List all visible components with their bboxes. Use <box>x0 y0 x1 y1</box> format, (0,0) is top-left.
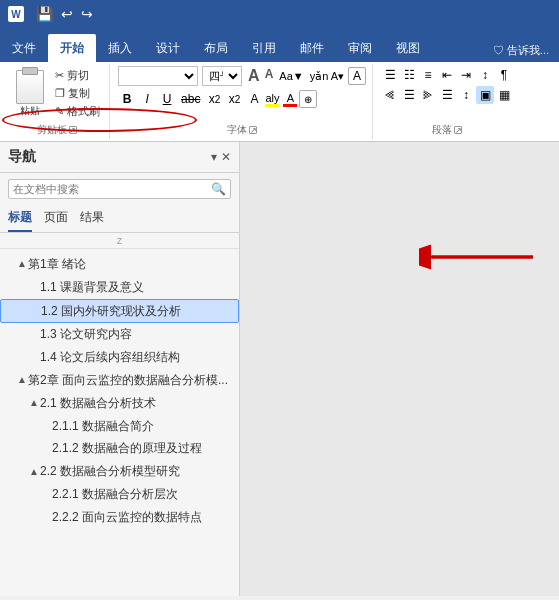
bold-button[interactable]: B <box>118 90 136 108</box>
tab-file[interactable]: 文件 <box>0 34 48 62</box>
align-right-button[interactable]: ⫸ <box>419 86 437 104</box>
font-row1: 四号 A A Aa▼ yǎn A▾ A <box>118 66 366 86</box>
tree-label-ch1: 第1章 绪论 <box>28 256 231 273</box>
ribbon-tab-bar: 文件 开始 插入 设计 布局 引用 邮件 审阅 视图 ♡ 告诉我... <box>0 28 559 62</box>
multilevel-list-button[interactable]: ≡ <box>419 66 437 84</box>
toggle-1-2 <box>29 305 41 317</box>
clipboard-content: 粘贴 ✂ 剪切 ❐ 复制 ✎ 格式刷 <box>10 66 103 121</box>
para-row2: ⫷ ☰ ⫸ ☰ ↕ ▣ ▦ <box>381 86 513 104</box>
font-extra-button[interactable]: ⊕ <box>299 90 317 108</box>
shading-button[interactable]: ▣ <box>476 86 494 104</box>
nav-tree-wrapper[interactable]: z ▲ 第1章 绪论 1.1 课题背景及意义 1.2 国内外研究现状及分析 <box>0 233 239 596</box>
search-icon[interactable]: 🔍 <box>211 182 226 196</box>
nav-tab-results[interactable]: 结果 <box>80 205 104 232</box>
subscript-button[interactable]: x2 <box>205 90 223 108</box>
undo-button[interactable]: ↩ <box>59 6 75 22</box>
border-button[interactable]: ▦ <box>495 86 513 104</box>
tree-label-2-1-2: 2.1.2 数据融合的原理及过程 <box>52 440 231 457</box>
tab-view[interactable]: 视图 <box>384 34 432 62</box>
tab-insert[interactable]: 插入 <box>96 34 144 62</box>
tab-home[interactable]: 开始 <box>48 34 96 62</box>
tab-review[interactable]: 审阅 <box>336 34 384 62</box>
increase-indent-button[interactable]: ⇥ <box>457 66 475 84</box>
help-button[interactable]: ♡ 告诉我... <box>483 39 559 62</box>
tree-item-2-2-2[interactable]: 2.2.2 面向云监控的数据特点 <box>0 506 239 529</box>
nav-close-button[interactable]: ✕ <box>221 150 231 164</box>
paste-label: 粘贴 <box>20 104 40 118</box>
increase-font-button[interactable]: A <box>246 67 262 85</box>
justify-button[interactable]: ☰ <box>438 86 456 104</box>
line-spacing-button[interactable]: ↕ <box>457 86 475 104</box>
clipboard-group: 粘贴 ✂ 剪切 ❐ 复制 ✎ 格式刷 剪贴板 ↗ <box>4 64 110 139</box>
strikethrough-button[interactable]: abc <box>178 90 203 108</box>
copy-button[interactable]: ❐ 复制 <box>52 85 103 102</box>
tree-label-1-4: 1.4 论文后续内容组织结构 <box>40 349 231 366</box>
numbered-list-button[interactable]: ☷ <box>400 66 418 84</box>
nav-search-bar[interactable]: 🔍 <box>8 179 231 199</box>
show-marks-button[interactable]: ¶ <box>495 66 513 84</box>
nav-tab-pages[interactable]: 页面 <box>44 205 68 232</box>
red-arrow-annotation <box>419 232 539 282</box>
nav-tab-headings[interactable]: 标题 <box>8 205 32 232</box>
para-row1: ☰ ☷ ≡ ⇤ ⇥ ↕ ¶ <box>381 66 513 84</box>
tree-item-2-1-2[interactable]: 2.1.2 数据融合的原理及过程 <box>0 437 239 460</box>
underline-button[interactable]: U <box>158 90 176 108</box>
tab-layout[interactable]: 布局 <box>192 34 240 62</box>
tab-references[interactable]: 引用 <box>240 34 288 62</box>
paste-button[interactable]: 粘贴 <box>10 67 50 121</box>
navigation-panel: 导航 ▾ ✕ 🔍 标题 页面 结果 z ▲ 第1章 绪论 <box>0 142 240 596</box>
character-spacing-button[interactable]: yǎn A▾ <box>310 70 344 83</box>
toggle-2-2-1 <box>40 488 52 500</box>
cut-button[interactable]: ✂ 剪切 <box>52 67 103 84</box>
tree-item-ch1[interactable]: ▲ 第1章 绪论 <box>0 253 239 276</box>
para-expand-icon[interactable]: ↗ <box>454 126 462 134</box>
sort-button[interactable]: ↕ <box>476 66 494 84</box>
paste-icon <box>16 70 44 104</box>
tree-item-1-4[interactable]: 1.4 论文后续内容组织结构 <box>0 346 239 369</box>
toggle-1-4 <box>28 352 40 364</box>
italic-button[interactable]: I <box>138 90 156 108</box>
clear-format-button[interactable]: A <box>348 67 366 85</box>
nav-search-input[interactable] <box>13 183 211 195</box>
font-size-buttons: A A <box>246 67 275 85</box>
tree-item-2-2-1[interactable]: 2.2.1 数据融合分析层次 <box>0 483 239 506</box>
aa-dropdown[interactable]: Aa▼ <box>279 70 303 82</box>
tree-item-ch2[interactable]: ▲ 第2章 面向云监控的数据融合分析模... <box>0 369 239 392</box>
font-row2: B I U abc x2 x2 A aly A ⊕ <box>118 90 317 108</box>
redo-button[interactable]: ↪ <box>79 6 95 22</box>
decrease-font-button[interactable]: A <box>263 67 276 85</box>
decrease-indent-button[interactable]: ⇤ <box>438 66 456 84</box>
font-group: 四号 A A Aa▼ yǎn A▾ A B I U abc x2 x2 A al <box>112 64 373 139</box>
nav-controls: ▾ ✕ <box>211 150 231 164</box>
font-color-button[interactable]: A <box>283 92 297 107</box>
tree-item-2-1[interactable]: ▲ 2.1 数据融合分析技术 <box>0 392 239 415</box>
toggle-2-2: ▲ <box>28 466 40 478</box>
tree-item-2-1-1[interactable]: 2.1.1 数据融合简介 <box>0 415 239 438</box>
font-content: 四号 A A Aa▼ yǎn A▾ A B I U abc x2 x2 A al <box>118 66 366 121</box>
tab-design[interactable]: 设计 <box>144 34 192 62</box>
clipboard-expand-icon[interactable]: ↗ <box>69 126 77 134</box>
ribbon-content: 粘贴 ✂ 剪切 ❐ 复制 ✎ 格式刷 剪贴板 ↗ 四号 A <box>0 62 559 142</box>
text-effects-button[interactable]: A <box>245 90 263 108</box>
tree-item-1-1[interactable]: 1.1 课题背景及意义 <box>0 276 239 299</box>
bullet-list-button[interactable]: ☰ <box>381 66 399 84</box>
toggle-2-2-2 <box>40 511 52 523</box>
align-center-button[interactable]: ☰ <box>400 86 418 104</box>
format-painter-button[interactable]: ✎ 格式刷 <box>52 103 103 120</box>
tree-item-1-2[interactable]: 1.2 国内外研究现状及分析 <box>0 299 239 324</box>
font-name-select[interactable] <box>118 66 198 86</box>
font-expand-icon[interactable]: ↗ <box>249 126 257 134</box>
font-size-select[interactable]: 四号 <box>202 66 242 86</box>
highlight-color-button[interactable]: aly <box>265 92 279 107</box>
tree-label-2-2: 2.2 数据融合分析模型研究 <box>40 463 231 480</box>
quick-access-toolbar: 💾 ↩ ↪ <box>34 6 95 22</box>
tree-label-2-1-1: 2.1.1 数据融合简介 <box>52 418 231 435</box>
tree-item-1-3[interactable]: 1.3 论文研究内容 <box>0 323 239 346</box>
align-left-button[interactable]: ⫷ <box>381 86 399 104</box>
tree-item-2-2[interactable]: ▲ 2.2 数据融合分析模型研究 <box>0 460 239 483</box>
nav-pin-button[interactable]: ▾ <box>211 150 217 164</box>
superscript-button[interactable]: x2 <box>225 90 243 108</box>
save-button[interactable]: 💾 <box>34 6 55 22</box>
nav-header: 导航 ▾ ✕ <box>0 142 239 173</box>
tab-mailings[interactable]: 邮件 <box>288 34 336 62</box>
